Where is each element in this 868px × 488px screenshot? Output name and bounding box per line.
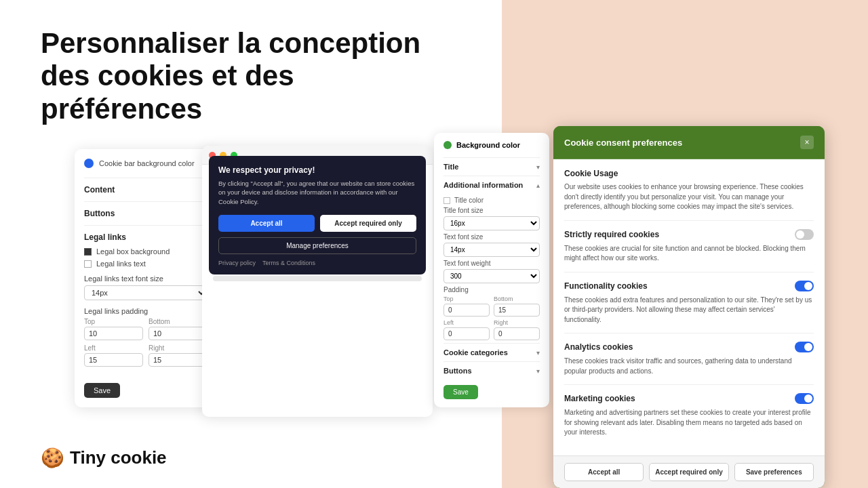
consent-save-prefs-button[interactable]: Save preferences bbox=[734, 463, 814, 481]
color-swatch[interactable] bbox=[84, 159, 94, 168]
p-top-input[interactable] bbox=[443, 304, 490, 317]
padding-section-label: Padding bbox=[443, 286, 540, 293]
font-size-select[interactable]: 14px 12px 16px bbox=[84, 285, 208, 300]
legal-links-text-checkbox[interactable] bbox=[84, 260, 92, 268]
marketing-toggle[interactable] bbox=[795, 393, 814, 404]
popup-manage-prefs-button[interactable]: Manage preferences bbox=[218, 237, 416, 254]
title-font-size-select[interactable]: 16px 14px 18px bbox=[443, 216, 540, 230]
title-chevron[interactable]: ▾ bbox=[536, 163, 540, 171]
strictly-required-toggle[interactable] bbox=[795, 229, 814, 240]
p-top-label: Top bbox=[443, 296, 490, 302]
legal-box-bg-checkbox[interactable] bbox=[84, 248, 92, 256]
analytics-header: Analytics cookies bbox=[564, 342, 814, 352]
cookie-categories-label: Cookie categories bbox=[443, 348, 508, 357]
consent-accept-required-button[interactable]: Accept required only bbox=[649, 463, 728, 481]
cookie-popup-buttons: Accept all Accept required only bbox=[218, 215, 416, 232]
p-right-col: Right bbox=[494, 319, 540, 340]
green-dot-icon bbox=[443, 141, 452, 149]
buttons-row: Buttons ▾ bbox=[443, 361, 540, 380]
title-section-label: Title bbox=[443, 163, 458, 171]
padding-top-col: Top bbox=[84, 318, 143, 340]
p-bottom-col: Bottom bbox=[494, 296, 540, 317]
padding-bottom-col: Bottom bbox=[149, 318, 208, 340]
text-font-size-select[interactable]: 14px 12px 16px bbox=[443, 243, 540, 257]
functionality-section: Functionality cookies These cookies add … bbox=[564, 281, 814, 334]
browser-mockup: Store We respect your privacy! By clicki… bbox=[202, 146, 433, 417]
buttons-section: Buttons ▾ bbox=[84, 201, 208, 225]
title-color-label: Title color bbox=[454, 197, 484, 204]
padding-right-label: Right bbox=[149, 344, 208, 352]
terms-link[interactable]: Terms & Conditions bbox=[262, 260, 315, 266]
consent-modal-close-button[interactable]: × bbox=[800, 136, 814, 149]
title-section-row: Title ▾ bbox=[443, 157, 540, 176]
p-bottom-input[interactable] bbox=[494, 304, 540, 317]
p-top-col: Top bbox=[443, 296, 490, 317]
legal-links-text-item: Legal links text bbox=[84, 260, 208, 268]
bg-color-panel: Background color Title ▾ Additional info… bbox=[434, 133, 549, 407]
padding-label: Legal links padding bbox=[84, 307, 208, 315]
consent-accept-all-button[interactable]: Accept all bbox=[564, 463, 644, 481]
strictly-required-text: These cookies are crucial for site funct… bbox=[564, 244, 814, 264]
analytics-toggle[interactable] bbox=[795, 342, 814, 352]
text-font-weight-select[interactable]: 300 400 700 bbox=[443, 269, 540, 283]
privacy-policy-link[interactable]: Privacy policy bbox=[218, 260, 256, 266]
buttons-chevron-bg[interactable]: ▾ bbox=[536, 367, 540, 375]
browser-content: Store We respect your privacy! By clicki… bbox=[202, 165, 433, 281]
padding-right-col: Right bbox=[149, 344, 208, 367]
marketing-title: Marketing cookies bbox=[564, 394, 635, 403]
consent-modal-body: Cookie Usage Our website uses cookies to… bbox=[553, 159, 825, 455]
padding-bottom-label: Bottom bbox=[149, 318, 208, 325]
font-size-label: Legal links text font size bbox=[84, 274, 208, 283]
p-right-input[interactable] bbox=[494, 327, 540, 340]
cookie-usage-header: Cookie Usage bbox=[564, 169, 814, 178]
padding-left-col: Left bbox=[84, 344, 143, 367]
padding-top-input[interactable] bbox=[84, 327, 143, 340]
buttons-label: Buttons bbox=[84, 209, 115, 218]
consent-modal-header: Cookie consent preferences × bbox=[553, 126, 825, 159]
cookie-popup-title: We respect your privacy! bbox=[218, 165, 416, 175]
padding-bottom-input[interactable] bbox=[149, 327, 208, 340]
content-label: Content bbox=[84, 185, 115, 195]
padding-top-label: Top bbox=[84, 318, 143, 325]
color-label: Cookie bar background color bbox=[99, 159, 195, 167]
title-color-row: Title color bbox=[443, 197, 540, 204]
marketing-text: Marketing and advertising partners set t… bbox=[564, 408, 814, 438]
legal-links-label: Legal links bbox=[84, 232, 126, 242]
cookie-categories-chevron[interactable]: ▾ bbox=[536, 349, 540, 357]
content-section-header[interactable]: Content ▾ bbox=[84, 184, 208, 196]
cookie-usage-section: Cookie Usage Our website uses cookies to… bbox=[564, 169, 814, 221]
legal-box-bg-item: Legal box background bbox=[84, 247, 208, 256]
popup-accept-all-button[interactable]: Accept all bbox=[218, 215, 315, 232]
title-color-checkbox[interactable] bbox=[443, 197, 450, 204]
legal-links-header[interactable]: Legal links ▴ bbox=[84, 231, 208, 243]
cookie-popup-text: By clicking "Accept all", you agree that… bbox=[218, 179, 416, 207]
text-font-size-label: Text font size bbox=[443, 233, 540, 241]
p-left-input[interactable] bbox=[443, 327, 490, 340]
logo-text: Tiny cookie bbox=[70, 447, 167, 468]
padding-right-input[interactable] bbox=[149, 353, 208, 367]
functionality-header: Functionality cookies bbox=[564, 281, 814, 291]
cookie-usage-title: Cookie Usage bbox=[564, 169, 618, 178]
color-row: Cookie bar background color bbox=[84, 159, 208, 168]
settings-save-button[interactable]: Save bbox=[84, 383, 120, 398]
p-right-label: Right bbox=[494, 319, 540, 326]
settings-panel: Cookie bar background color Content ▾ Bu… bbox=[75, 149, 217, 407]
popup-accept-required-button[interactable]: Accept required only bbox=[320, 215, 416, 232]
bg-save-button[interactable]: Save bbox=[443, 385, 478, 399]
text-font-weight-label: Text font weight bbox=[443, 260, 540, 267]
title-font-size-label: Title font size bbox=[443, 207, 540, 214]
additional-info-chevron[interactable]: ▴ bbox=[536, 182, 540, 189]
padding-left-input[interactable] bbox=[84, 353, 143, 367]
buttons-section-header[interactable]: Buttons ▾ bbox=[84, 207, 208, 220]
consent-modal-title: Cookie consent preferences bbox=[564, 138, 682, 148]
functionality-text: These cookies add extra features and per… bbox=[564, 296, 814, 325]
analytics-text: These cookies track visitor traffic and … bbox=[564, 357, 814, 376]
functionality-toggle[interactable] bbox=[795, 281, 814, 291]
logo-icon: 🍪 bbox=[41, 447, 64, 469]
page-title: Personnaliser la conception des cookies … bbox=[41, 27, 461, 125]
strictly-required-title: Strictly required cookies bbox=[564, 230, 659, 239]
p-left-label: Left bbox=[443, 319, 490, 326]
analytics-title: Analytics cookies bbox=[564, 342, 633, 352]
padding-left-label: Left bbox=[84, 344, 143, 352]
cookie-popup: We respect your privacy! By clicking "Ac… bbox=[209, 156, 426, 274]
